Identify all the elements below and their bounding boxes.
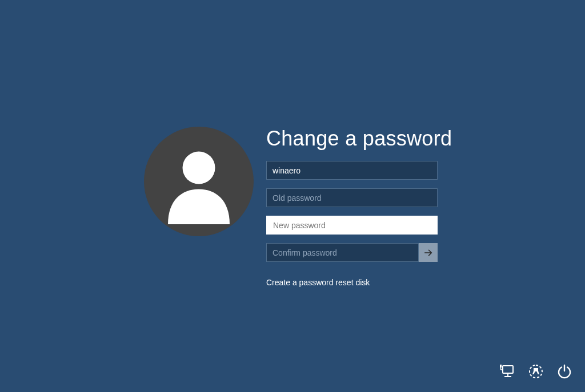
arrow-right-icon (423, 248, 434, 258)
username-input[interactable] (266, 161, 438, 180)
bottom-toolbar (499, 363, 572, 379)
user-avatar (144, 127, 254, 236)
create-reset-disk-link[interactable]: Create a password reset disk (266, 278, 370, 287)
new-password-field-wrapper (266, 216, 438, 235)
submit-button[interactable] (419, 243, 438, 262)
confirm-password-field-wrapper (266, 243, 438, 262)
ease-of-access-icon (528, 364, 543, 379)
network-button[interactable] (499, 363, 515, 379)
svg-rect-4 (500, 365, 502, 367)
confirm-password-input[interactable] (266, 243, 419, 262)
old-password-input[interactable] (266, 188, 438, 207)
ease-of-access-button[interactable] (528, 363, 544, 379)
old-password-field-wrapper (266, 188, 438, 207)
page-title: Change a password (266, 127, 452, 151)
user-icon (156, 139, 242, 224)
network-icon (500, 364, 515, 379)
svg-rect-1 (503, 366, 513, 373)
username-field-wrapper (266, 161, 438, 180)
new-password-input[interactable] (266, 216, 438, 235)
svg-point-0 (183, 152, 215, 184)
form-area: Change a password Create a password rese… (266, 127, 452, 288)
power-button[interactable] (556, 363, 572, 379)
change-password-container: Change a password Create a password rese… (144, 127, 452, 288)
power-icon (557, 364, 572, 379)
